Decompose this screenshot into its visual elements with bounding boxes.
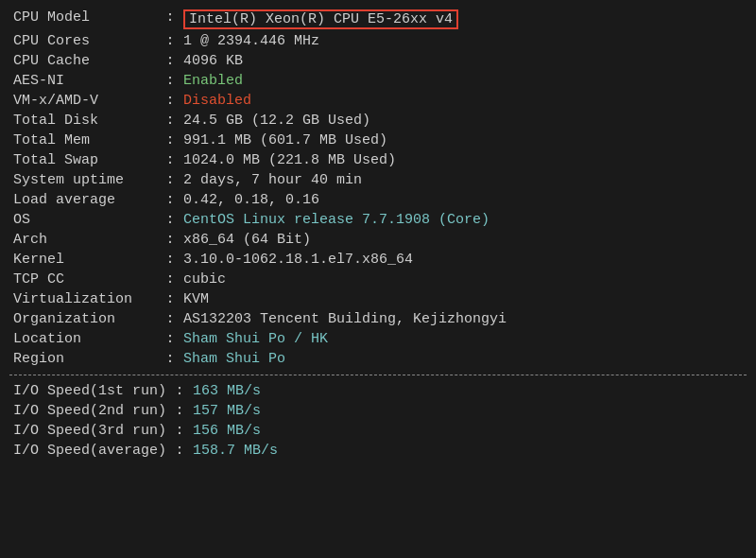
system-info-table: CPU Model:Intel(R) Xeon(R) CPU E5-26xx v… xyxy=(9,8,747,369)
io-row-label: I/O Speed(3rd run) xyxy=(9,421,170,441)
row-value: 1 @ 2394.446 MHz xyxy=(180,31,747,51)
table-row: Total Disk:24.5 GB (12.2 GB Used) xyxy=(9,111,747,131)
row-label: Total Swap xyxy=(9,150,161,170)
io-table-row: I/O Speed(2nd run):157 MB/s xyxy=(9,401,747,421)
row-colon: : xyxy=(161,91,180,111)
row-colon: : xyxy=(161,71,180,91)
row-colon: : xyxy=(161,230,180,250)
row-value: cubic xyxy=(180,270,747,289)
row-colon: : xyxy=(161,309,180,329)
row-colon: : xyxy=(161,349,180,369)
row-value: 2 days, 7 hour 40 min xyxy=(180,170,747,190)
io-row-value: 158.7 MB/s xyxy=(189,441,747,461)
row-value: AS132203 Tencent Building, Kejizhongyi xyxy=(180,309,747,329)
table-row: Total Mem:991.1 MB (601.7 MB Used) xyxy=(9,131,747,150)
io-row-label: I/O Speed(average) xyxy=(9,441,170,461)
table-row: Total Swap:1024.0 MB (221.8 MB Used) xyxy=(9,150,747,170)
row-value: CentOS Linux release 7.7.1908 (Core) xyxy=(180,210,747,230)
divider xyxy=(9,375,747,375)
io-row-value: 156 MB/s xyxy=(189,421,747,441)
row-colon: : xyxy=(161,131,180,150)
row-colon: : xyxy=(161,210,180,230)
row-label: Arch xyxy=(9,230,161,250)
io-row-colon: : xyxy=(170,381,189,401)
row-value: 0.42, 0.18, 0.16 xyxy=(180,190,747,210)
io-table-row: I/O Speed(3rd run):156 MB/s xyxy=(9,421,747,441)
row-colon: : xyxy=(161,150,180,170)
table-row: CPU Model:Intel(R) Xeon(R) CPU E5-26xx v… xyxy=(9,8,747,31)
row-colon: : xyxy=(161,8,180,31)
table-row: TCP CC:cubic xyxy=(9,270,747,289)
io-row-colon: : xyxy=(170,401,189,421)
io-row-label: I/O Speed(2nd run) xyxy=(9,401,170,421)
table-row: OS:CentOS Linux release 7.7.1908 (Core) xyxy=(9,210,747,230)
row-label: CPU Model xyxy=(9,8,161,31)
row-label: AES-NI xyxy=(9,71,161,91)
table-row: Organization:AS132203 Tencent Building, … xyxy=(9,309,747,329)
row-value: Intel(R) Xeon(R) CPU E5-26xx v4 xyxy=(180,8,747,31)
row-value: Sham Shui Po / HK xyxy=(180,329,747,349)
row-label: Location xyxy=(9,329,161,349)
table-row: AES-NI:Enabled xyxy=(9,71,747,91)
io-row-value: 163 MB/s xyxy=(189,381,747,401)
io-speed-table: I/O Speed(1st run):163 MB/sI/O Speed(2nd… xyxy=(9,381,747,461)
row-label: Region xyxy=(9,349,161,369)
main-container: CPU Model:Intel(R) Xeon(R) CPU E5-26xx v… xyxy=(9,8,747,461)
table-row: Region:Sham Shui Po xyxy=(9,349,747,369)
row-value: 24.5 GB (12.2 GB Used) xyxy=(180,111,747,131)
table-row: Arch:x86_64 (64 Bit) xyxy=(9,230,747,250)
io-row-value: 157 MB/s xyxy=(189,401,747,421)
table-row: VM-x/AMD-V:Disabled xyxy=(9,91,747,111)
row-value: 991.1 MB (601.7 MB Used) xyxy=(180,131,747,150)
row-label: TCP CC xyxy=(9,270,161,289)
io-row-label: I/O Speed(1st run) xyxy=(9,381,170,401)
row-label: CPU Cores xyxy=(9,31,161,51)
row-colon: : xyxy=(161,51,180,71)
row-label: Total Disk xyxy=(9,111,161,131)
row-colon: : xyxy=(161,190,180,210)
row-colon: : xyxy=(161,329,180,349)
row-colon: : xyxy=(161,111,180,131)
row-colon: : xyxy=(161,289,180,309)
table-row: Virtualization:KVM xyxy=(9,289,747,309)
row-label: System uptime xyxy=(9,170,161,190)
row-value: 3.10.0-1062.18.1.el7.x86_64 xyxy=(180,250,747,270)
table-row: Location:Sham Shui Po / HK xyxy=(9,329,747,349)
row-value: x86_64 (64 Bit) xyxy=(180,230,747,250)
io-row-colon: : xyxy=(170,421,189,441)
row-colon: : xyxy=(161,270,180,289)
row-label: Load average xyxy=(9,190,161,210)
io-table-row: I/O Speed(average):158.7 MB/s xyxy=(9,441,747,461)
table-row: Load average:0.42, 0.18, 0.16 xyxy=(9,190,747,210)
row-colon: : xyxy=(161,31,180,51)
row-label: Total Mem xyxy=(9,131,161,150)
io-row-colon: : xyxy=(170,441,189,461)
row-value: 1024.0 MB (221.8 MB Used) xyxy=(180,150,747,170)
row-colon: : xyxy=(161,250,180,270)
table-row: System uptime:2 days, 7 hour 40 min xyxy=(9,170,747,190)
row-label: VM-x/AMD-V xyxy=(9,91,161,111)
row-value: Disabled xyxy=(180,91,747,111)
row-label: Virtualization xyxy=(9,289,161,309)
row-value: KVM xyxy=(180,289,747,309)
row-value: 4096 KB xyxy=(180,51,747,71)
row-label: OS xyxy=(9,210,161,230)
row-label: Kernel xyxy=(9,250,161,270)
row-value: Sham Shui Po xyxy=(180,349,747,369)
table-row: CPU Cores:1 @ 2394.446 MHz xyxy=(9,31,747,51)
table-row: CPU Cache:4096 KB xyxy=(9,51,747,71)
io-table-row: I/O Speed(1st run):163 MB/s xyxy=(9,381,747,401)
row-label: CPU Cache xyxy=(9,51,161,71)
row-label: Organization xyxy=(9,309,161,329)
row-colon: : xyxy=(161,170,180,190)
row-value: Enabled xyxy=(180,71,747,91)
table-row: Kernel:3.10.0-1062.18.1.el7.x86_64 xyxy=(9,250,747,270)
